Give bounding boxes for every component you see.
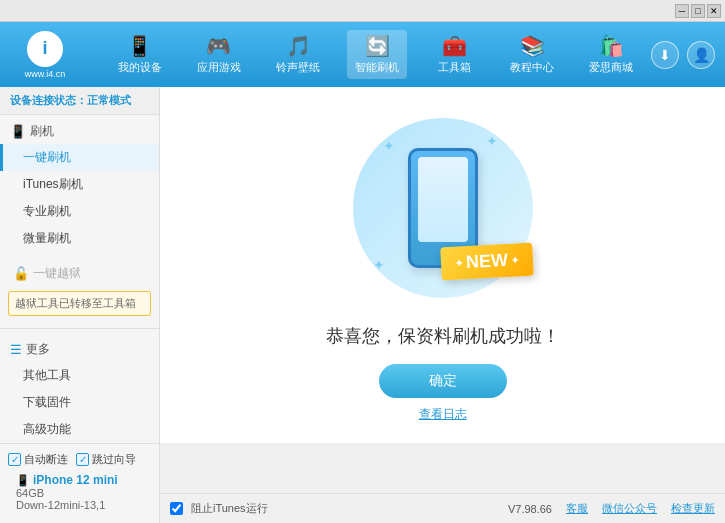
new-badge-text: NEW — [465, 249, 508, 272]
device-footer: ✓ 自动断连 ✓ 跳过向导 📱iPhone 12 mini 64GB Down-… — [0, 443, 160, 523]
other-tools-label: 其他工具 — [23, 368, 71, 382]
skip-wizard-label: 跳过向导 — [92, 452, 136, 467]
flash-group-label: 刷机 — [30, 123, 54, 140]
content-area: ✦ ✦ ✦ NEW 恭喜您，保资料刷机成功啦！ 确定 查看日志 — [160, 87, 725, 443]
device-firmware: Down-12mini-13,1 — [16, 499, 143, 511]
sparkle-2: ✦ — [486, 133, 498, 149]
skip-wizard-checkbox-item[interactable]: ✓ 跳过向导 — [76, 452, 136, 467]
itunes-flash-label: iTunes刷机 — [23, 177, 83, 191]
nav-apps-games[interactable]: 🎮 应用游戏 — [189, 30, 249, 79]
block-itunes-checkbox[interactable] — [170, 502, 183, 515]
micro-flash-label: 微量刷机 — [23, 231, 71, 245]
download-firmware-label: 下载固件 — [23, 395, 71, 409]
more-group-header: ☰ 更多 — [0, 337, 159, 362]
flash-section: 📱 刷机 一键刷机 iTunes刷机 专业刷机 微量刷机 — [0, 115, 159, 256]
nav-ringtone[interactable]: 🎵 铃声壁纸 — [268, 30, 328, 79]
sidebar-item-pro-flash[interactable]: 专业刷机 — [0, 198, 159, 225]
customer-service-link[interactable]: 客服 — [566, 501, 588, 516]
nav-smart-flash-label: 智能刷机 — [355, 60, 399, 75]
device-status-label: 设备连接状态： — [10, 94, 87, 106]
sparkle-1: ✦ — [383, 138, 395, 154]
one-click-flash-label: 一键刷机 — [23, 150, 71, 164]
nav-mall[interactable]: 🛍️ 爱思商城 — [581, 30, 641, 79]
sidebar: 设备连接状态：正常模式 📱 刷机 一键刷机 iTunes刷机 专业刷机 — [0, 87, 160, 443]
toolbox-icon: 🧰 — [442, 34, 467, 58]
sidebar-item-other-tools[interactable]: 其他工具 — [0, 362, 159, 389]
header: i www.i4.cn 📱 我的设备 🎮 应用游戏 🎵 铃声壁纸 🔄 智能刷机 … — [0, 22, 725, 87]
maximize-btn[interactable]: □ — [691, 4, 705, 18]
jailbreak-notice-text: 越狱工具已转移至工具箱 — [15, 297, 136, 309]
my-device-icon: 📱 — [127, 34, 152, 58]
success-illustration: ✦ ✦ ✦ NEW — [343, 108, 543, 308]
auto-close-checkbox[interactable]: ✓ — [8, 453, 21, 466]
status-bar: 阻止iTunes运行 V7.98.66 客服 微信公众号 检查更新 — [160, 493, 725, 523]
ringtone-icon: 🎵 — [286, 34, 311, 58]
more-group-icon: ☰ — [10, 342, 22, 357]
device-info: 📱iPhone 12 mini 64GB Down-12mini-13,1 — [8, 469, 151, 515]
version-label: V7.98.66 — [508, 503, 552, 515]
jailbreak-icon: 🔓 — [13, 266, 29, 281]
jailbreak-group-header: 🔓 一键越狱 — [0, 260, 159, 287]
checkbox-row: ✓ 自动断连 ✓ 跳过向导 — [8, 450, 151, 469]
new-badge: NEW — [440, 242, 534, 280]
sidebar-item-micro-flash[interactable]: 微量刷机 — [0, 225, 159, 252]
smart-flash-icon: 🔄 — [365, 34, 390, 58]
sidebar-item-download-firmware[interactable]: 下载固件 — [0, 389, 159, 416]
sidebar-item-one-click-flash[interactable]: 一键刷机 — [0, 144, 159, 171]
flash-group-icon: 📱 — [10, 124, 26, 139]
nav-ringtone-label: 铃声壁纸 — [276, 60, 320, 75]
title-bar: ─ □ ✕ — [0, 0, 725, 22]
check-update-link[interactable]: 检查更新 — [671, 501, 715, 516]
nav-my-device[interactable]: 📱 我的设备 — [110, 30, 170, 79]
wechat-official-link[interactable]: 微信公众号 — [602, 501, 657, 516]
auto-close-checkbox-item[interactable]: ✓ 自动断连 — [8, 452, 68, 467]
device-status-value: 正常模式 — [87, 94, 131, 106]
nav-toolbox-label: 工具箱 — [438, 60, 471, 75]
logo-icon: i — [27, 31, 63, 67]
auto-close-label: 自动断连 — [24, 452, 68, 467]
nav-toolbox[interactable]: 🧰 工具箱 — [427, 30, 483, 79]
jailbreak-notice: 越狱工具已转移至工具箱 — [8, 291, 151, 316]
sidebar-item-advanced[interactable]: 高级功能 — [0, 416, 159, 443]
minimize-btn[interactable]: ─ — [675, 4, 689, 18]
mall-icon: 🛍️ — [599, 34, 624, 58]
device-status: 设备连接状态：正常模式 — [0, 87, 159, 115]
secondary-link[interactable]: 查看日志 — [419, 406, 467, 423]
block-itunes-label: 阻止iTunes运行 — [191, 501, 268, 516]
nav-bar: 📱 我的设备 🎮 应用游戏 🎵 铃声壁纸 🔄 智能刷机 🧰 工具箱 📚 教程中心… — [100, 30, 651, 79]
confirm-button[interactable]: 确定 — [379, 364, 507, 398]
header-actions: ⬇ 👤 — [651, 41, 715, 69]
nav-my-device-label: 我的设备 — [118, 60, 162, 75]
device-name[interactable]: 📱iPhone 12 mini — [16, 473, 143, 487]
jailbreak-section: 🔓 一键越狱 越狱工具已转移至工具箱 — [0, 256, 159, 324]
device-storage: 64GB — [16, 487, 143, 499]
logo-site-name: www.i4.cn — [25, 69, 66, 79]
more-group-label: 更多 — [26, 341, 50, 358]
apps-games-icon: 🎮 — [206, 34, 231, 58]
tutorial-icon: 📚 — [520, 34, 545, 58]
close-btn[interactable]: ✕ — [707, 4, 721, 18]
nav-mall-label: 爱思商城 — [589, 60, 633, 75]
status-bar-right: V7.98.66 客服 微信公众号 检查更新 — [508, 501, 715, 516]
bottom-section: ✓ 自动断连 ✓ 跳过向导 📱iPhone 12 mini 64GB Down-… — [0, 443, 725, 523]
logo-symbol: i — [42, 38, 47, 59]
success-title: 恭喜您，保资料刷机成功啦！ — [326, 324, 560, 348]
more-section: ☰ 更多 其他工具 下载固件 高级功能 — [0, 333, 159, 443]
phone-screen — [418, 157, 468, 242]
logo-area: i www.i4.cn — [10, 31, 80, 79]
skip-wizard-checkbox[interactable]: ✓ — [76, 453, 89, 466]
flash-group-header: 📱 刷机 — [0, 119, 159, 144]
download-btn[interactable]: ⬇ — [651, 41, 679, 69]
jailbreak-group-label: 一键越狱 — [33, 265, 81, 282]
nav-tutorial[interactable]: 📚 教程中心 — [502, 30, 562, 79]
status-bar-left: 阻止iTunes运行 — [170, 501, 508, 516]
nav-smart-flash[interactable]: 🔄 智能刷机 — [347, 30, 407, 79]
sparkle-3: ✦ — [373, 257, 385, 273]
nav-tutorial-label: 教程中心 — [510, 60, 554, 75]
nav-apps-games-label: 应用游戏 — [197, 60, 241, 75]
advanced-label: 高级功能 — [23, 422, 71, 436]
window-controls: ─ □ ✕ — [675, 4, 721, 18]
pro-flash-label: 专业刷机 — [23, 204, 71, 218]
account-btn[interactable]: 👤 — [687, 41, 715, 69]
sidebar-item-itunes-flash[interactable]: iTunes刷机 — [0, 171, 159, 198]
